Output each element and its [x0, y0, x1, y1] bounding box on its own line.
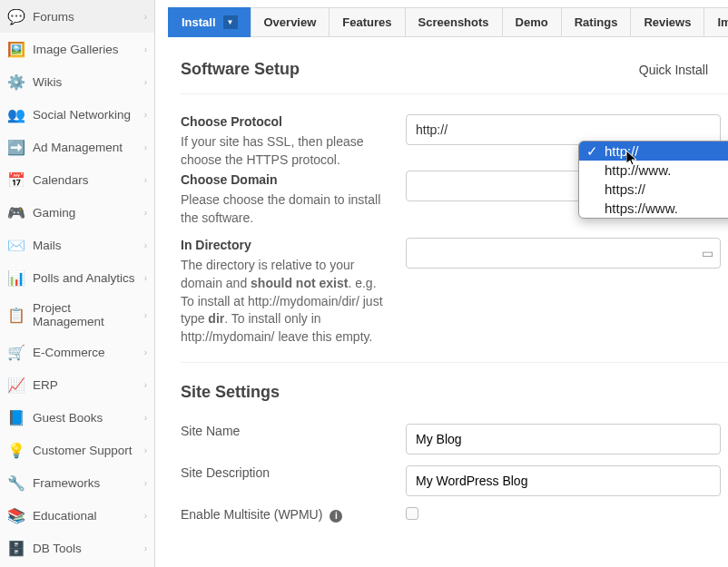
gamepad-icon: 🎮: [7, 203, 25, 221]
chevron-right-icon: ›: [144, 175, 147, 185]
tab-import[interactable]: Import: [703, 7, 728, 37]
sidebar-item-label: Forums: [33, 10, 144, 24]
people-icon: 👥: [7, 105, 25, 123]
tab-screenshots[interactable]: Screenshots: [405, 7, 503, 37]
book-icon: 📘: [7, 408, 25, 426]
card-icon: ▭: [702, 246, 713, 260]
quick-install-link[interactable]: Quick Install: [639, 63, 708, 77]
sidebar-item-label: Calendars: [33, 173, 144, 187]
sidebar-item-label: Gaming: [33, 206, 144, 220]
chevron-right-icon: ›: [144, 445, 147, 455]
tab-bar: Install ▼ Overview Features Screenshots …: [168, 7, 728, 37]
dropdown-option-https[interactable]: https://: [579, 180, 728, 199]
directory-input[interactable]: [406, 238, 721, 269]
sidebar-item-label: Educational: [33, 509, 144, 523]
site-settings-title: Site Settings: [181, 383, 728, 402]
sidebar-item-label: Image Galleries: [33, 43, 144, 56]
sidebar-item-label: Customer Support: [33, 444, 144, 457]
site-description-label: Site Description: [181, 465, 389, 480]
tab-features[interactable]: Features: [329, 7, 405, 37]
wrench-icon: 🔧: [7, 474, 25, 492]
tab-demo[interactable]: Demo: [502, 7, 562, 37]
chevron-right-icon: ›: [144, 413, 147, 423]
domain-label: Choose Domain: [181, 172, 389, 187]
dropdown-option-https-www[interactable]: https://www.: [579, 199, 728, 218]
protocol-selected-value: http://: [416, 122, 448, 137]
clipboard-icon: 📋: [7, 306, 25, 324]
domain-hint: Please choose the domain to install the …: [181, 191, 389, 227]
sidebar-item-db-tools[interactable]: 🗄️ DB Tools ›: [0, 532, 154, 564]
calendar-icon: 📅: [7, 171, 25, 189]
gear-icon: ⚙️: [7, 73, 25, 91]
sidebar-item-guest-books[interactable]: 📘 Guest Books ›: [0, 401, 154, 434]
tab-overview[interactable]: Overview: [251, 7, 330, 37]
sidebar-item-label: E-Commerce: [33, 346, 144, 359]
dropdown-option-http-www[interactable]: http://www.: [579, 161, 728, 180]
sidebar-item-project-management[interactable]: 📋 Project Management ›: [0, 294, 154, 336]
protocol-hint: If your site has SSL, then please choose…: [181, 133, 389, 169]
sidebar-item-label: ERP: [33, 378, 144, 392]
chevron-right-icon: ›: [144, 310, 147, 320]
multisite-checkbox[interactable]: [406, 507, 418, 520]
chevron-right-icon: ›: [144, 12, 147, 22]
tab-install[interactable]: Install ▼: [168, 7, 251, 37]
pie-chart-icon: 📊: [7, 269, 25, 287]
sidebar-item-label: Project Management: [33, 301, 144, 328]
chevron-right-icon: ›: [144, 142, 147, 152]
database-icon: 🗄️: [7, 539, 25, 557]
sidebar-item-label: Wikis: [33, 75, 144, 89]
chevron-right-icon: ›: [144, 380, 147, 390]
sidebar-item-image-galleries[interactable]: 🖼️ Image Galleries ›: [0, 33, 154, 65]
check-icon: ✓: [586, 143, 598, 160]
chevron-down-icon[interactable]: ▼: [223, 15, 238, 29]
multisite-label: Enable Multisite (WPMU): [181, 507, 322, 522]
sidebar-item-polls-analytics[interactable]: 📊 Polls and Analytics ›: [0, 261, 154, 294]
sidebar-item-gaming[interactable]: 🎮 Gaming ›: [0, 196, 154, 229]
chevron-right-icon: ›: [144, 478, 147, 488]
chevron-right-icon: ›: [144, 77, 147, 87]
software-setup-header: Software Setup Quick Install: [181, 60, 728, 94]
protocol-dropdown-popup: ✓ http:// http://www. https:// https://w…: [578, 141, 728, 219]
section-title: Software Setup: [181, 60, 300, 79]
site-name-label: Site Name: [181, 424, 389, 438]
divider: [181, 362, 728, 363]
info-icon[interactable]: i: [330, 510, 342, 523]
site-name-row: Site Name: [181, 424, 728, 455]
dropdown-option-http[interactable]: ✓ http://: [579, 142, 728, 161]
chevron-right-icon: ›: [144, 273, 147, 283]
protocol-label: Choose Protocol: [181, 114, 389, 129]
sidebar-item-mails[interactable]: ✉️ Mails ›: [0, 229, 154, 261]
site-name-input[interactable]: [406, 424, 721, 455]
sidebar-item-label: Polls and Analytics: [33, 271, 144, 285]
sidebar-item-social-networking[interactable]: 👥 Social Networking ›: [0, 98, 154, 131]
sidebar-item-educational[interactable]: 📚 Educational ›: [0, 499, 154, 532]
sidebar-item-label: Guest Books: [33, 411, 144, 425]
content-area: Software Setup Quick Install Choose Prot…: [155, 37, 728, 523]
site-description-input[interactable]: [406, 465, 721, 496]
chevron-right-icon: ›: [144, 240, 147, 250]
tab-ratings[interactable]: Ratings: [561, 7, 632, 37]
arrow-icon: ➡️: [7, 138, 25, 156]
image-icon: 🖼️: [7, 40, 25, 58]
multisite-row: Enable Multisite (WPMU) i: [181, 507, 728, 523]
sidebar-item-e-commerce[interactable]: 🛒 E-Commerce ›: [0, 336, 154, 368]
directory-row: In Directory The directory is relative t…: [181, 238, 728, 346]
sidebar-item-erp[interactable]: 📈 ERP ›: [0, 368, 154, 401]
sidebar-item-calendars[interactable]: 📅 Calendars ›: [0, 163, 154, 196]
chevron-right-icon: ›: [144, 44, 147, 54]
mail-icon: ✉️: [7, 236, 25, 254]
chevron-right-icon: ›: [144, 347, 147, 357]
sidebar-item-frameworks[interactable]: 🔧 Frameworks ›: [0, 466, 154, 499]
sidebar-item-ad-management[interactable]: ➡️ Ad Management ›: [0, 131, 154, 163]
sidebar-item-label: DB Tools: [33, 542, 144, 555]
sidebar-item-customer-support[interactable]: 💡 Customer Support ›: [0, 434, 154, 466]
tab-reviews[interactable]: Reviews: [630, 7, 704, 37]
sidebar-item-forums[interactable]: 💬 Forums ›: [0, 0, 154, 33]
chevron-right-icon: ›: [144, 511, 147, 521]
main-panel: Install ▼ Overview Features Screenshots …: [155, 0, 728, 567]
tab-label: Install: [182, 15, 216, 29]
directory-hint: The directory is relative to your domain…: [181, 257, 389, 346]
sidebar-item-wikis[interactable]: ⚙️ Wikis ›: [0, 65, 154, 98]
sidebar-item-label: Ad Management: [33, 141, 144, 154]
mouse-cursor-icon: [626, 151, 639, 170]
